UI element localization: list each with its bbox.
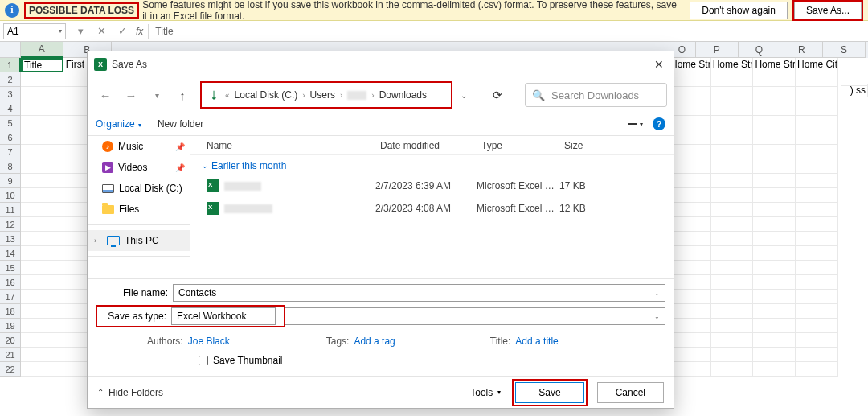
- sidebar-item-files[interactable]: Files: [88, 199, 190, 220]
- cell[interactable]: [711, 188, 754, 203]
- cell[interactable]: [21, 72, 63, 87]
- cell[interactable]: [21, 116, 63, 130]
- path-drive[interactable]: Local Disk (C:): [235, 89, 298, 101]
- cell[interactable]: Home Stre: [753, 58, 796, 72]
- cell[interactable]: [21, 319, 63, 333]
- cell[interactable]: [753, 72, 796, 87]
- title-value[interactable]: Add a title: [515, 336, 558, 347]
- row-header[interactable]: 3: [0, 87, 21, 101]
- cell[interactable]: [796, 261, 838, 275]
- accept-formula-icon[interactable]: ✓: [112, 23, 133, 40]
- cell[interactable]: [753, 319, 796, 333]
- cell[interactable]: [711, 72, 754, 87]
- cell[interactable]: [711, 246, 754, 261]
- cell[interactable]: [711, 116, 754, 130]
- row-header[interactable]: 9: [0, 174, 21, 188]
- cell[interactable]: [711, 261, 754, 275]
- cell[interactable]: [21, 348, 63, 362]
- cell[interactable]: [669, 246, 711, 261]
- cell[interactable]: [21, 261, 63, 275]
- cancel-formula-icon[interactable]: ✕: [91, 23, 112, 40]
- cell[interactable]: [796, 246, 838, 261]
- cell[interactable]: [753, 203, 796, 217]
- cell[interactable]: [711, 362, 754, 377]
- cell[interactable]: [841, 84, 868, 86]
- cell[interactable]: [711, 174, 754, 188]
- row-header[interactable]: 4: [0, 101, 21, 116]
- cell[interactable]: [669, 174, 711, 188]
- col-date[interactable]: Date modified: [380, 140, 481, 151]
- row-header[interactable]: 15: [0, 261, 21, 275]
- row-header[interactable]: 22: [0, 362, 21, 377]
- cell[interactable]: [711, 232, 754, 246]
- cell[interactable]: [753, 188, 796, 203]
- cell[interactable]: [669, 203, 711, 217]
- sidebar-item-disk[interactable]: Local Disk (C:): [88, 178, 190, 199]
- row-header[interactable]: 20: [0, 333, 21, 348]
- cell[interactable]: [796, 217, 838, 232]
- name-box[interactable]: A1 ▾: [3, 23, 66, 39]
- cell[interactable]: [796, 174, 838, 188]
- cell[interactable]: [796, 116, 838, 130]
- tags-value[interactable]: Add a tag: [354, 336, 395, 347]
- cell[interactable]: [21, 174, 63, 188]
- cell[interactable]: [21, 159, 63, 174]
- row-header[interactable]: 5: [0, 116, 21, 130]
- save-button[interactable]: Save: [515, 382, 583, 403]
- row-header[interactable]: 1: [0, 58, 21, 72]
- cell[interactable]: [796, 275, 838, 290]
- cell[interactable]: [753, 275, 796, 290]
- cell[interactable]: [711, 217, 754, 232]
- cell[interactable]: [796, 87, 838, 101]
- cell[interactable]: [21, 275, 63, 290]
- col-size[interactable]: Size: [564, 140, 674, 151]
- cell[interactable]: [669, 159, 711, 174]
- cell[interactable]: [21, 203, 63, 217]
- cell[interactable]: [711, 275, 754, 290]
- cell[interactable]: Home City: [796, 58, 838, 72]
- thumbnail-checkbox[interactable]: [199, 356, 208, 365]
- cell[interactable]: [796, 159, 838, 174]
- cell[interactable]: [669, 261, 711, 275]
- cell[interactable]: [796, 362, 838, 377]
- close-icon[interactable]: ✕: [651, 56, 667, 72]
- cell[interactable]: [21, 290, 63, 304]
- cell[interactable]: [753, 145, 796, 159]
- formula-input[interactable]: Title: [150, 24, 868, 39]
- new-folder-button[interactable]: New folder: [158, 118, 203, 130]
- hide-folders-button[interactable]: ⌃ Hide Folders: [97, 387, 163, 398]
- chevron-down-icon[interactable]: ▾: [59, 27, 62, 35]
- cell[interactable]: [711, 333, 754, 348]
- cell[interactable]: [669, 130, 711, 145]
- cell[interactable]: [669, 290, 711, 304]
- back-icon[interactable]: ←: [94, 84, 117, 106]
- cell[interactable]: [669, 145, 711, 159]
- cell[interactable]: [21, 101, 63, 116]
- cell[interactable]: [796, 72, 838, 87]
- cell[interactable]: [669, 87, 711, 101]
- cancel-button[interactable]: Cancel: [597, 382, 664, 403]
- cell[interactable]: [753, 290, 796, 304]
- expand-icon[interactable]: ▾: [70, 23, 91, 40]
- cell[interactable]: [21, 87, 63, 101]
- cell[interactable]: [21, 217, 63, 232]
- row-header[interactable]: 16: [0, 275, 21, 290]
- cell[interactable]: [669, 362, 711, 377]
- help-icon[interactable]: ?: [653, 117, 665, 130]
- organize-button[interactable]: Organize ▾: [96, 118, 141, 130]
- cell[interactable]: [669, 101, 711, 116]
- cell[interactable]: [21, 145, 63, 159]
- cell[interactable]: [711, 304, 754, 319]
- cell[interactable]: [753, 87, 796, 101]
- col-header[interactable]: Q: [739, 42, 781, 58]
- cell[interactable]: Title: [21, 58, 63, 72]
- chevron-down-icon[interactable]: ⌄: [654, 290, 660, 297]
- cell[interactable]: [753, 217, 796, 232]
- file-group[interactable]: ⌄ Earlier this month: [190, 155, 674, 175]
- sidebar-item-music[interactable]: ♪ Music 📌: [88, 136, 190, 157]
- sidebar-item-thispc[interactable]: › This PC: [88, 230, 190, 251]
- authors-value[interactable]: Joe Black: [188, 336, 230, 347]
- path-breadcrumb[interactable]: ⭳ « Local Disk (C:) › Users › › Download…: [200, 81, 452, 109]
- chevron-down-icon[interactable]: ⌄: [654, 313, 660, 320]
- cell[interactable]: [753, 348, 796, 362]
